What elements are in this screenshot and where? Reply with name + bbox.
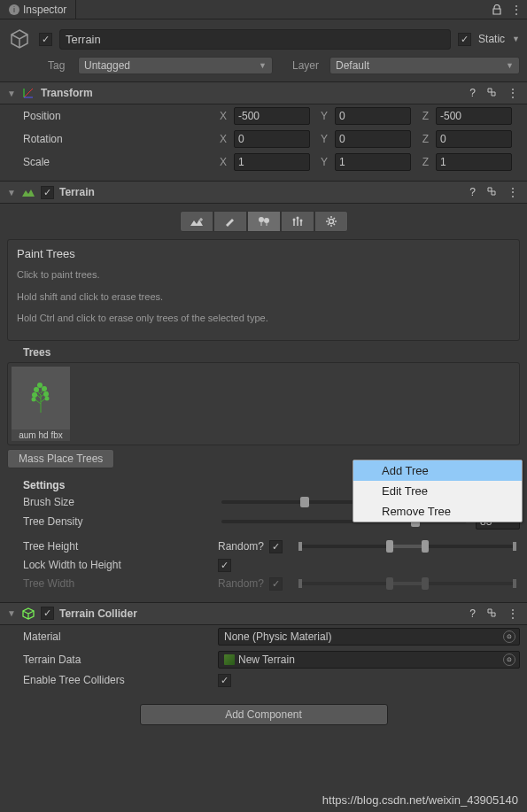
menu-item-remove-tree[interactable]: Remove Tree bbox=[353, 501, 522, 522]
tree-thumbnail bbox=[20, 367, 61, 429]
tag-layer-row: Tag Untagged ▼ Layer Default ▼ bbox=[0, 55, 527, 81]
tree-context-menu: Add Tree Edit Tree Remove Tree bbox=[353, 460, 523, 522]
chevron-down-icon: ▼ bbox=[506, 61, 514, 70]
lock-width-label: Lock Width to Height bbox=[23, 559, 213, 571]
svg-point-0 bbox=[259, 217, 264, 222]
scale-z-input[interactable]: 1 bbox=[436, 153, 512, 171]
svg-point-4 bbox=[299, 220, 302, 222]
object-picker-icon[interactable]: ⊙ bbox=[503, 653, 515, 666]
tool-terrain-settings[interactable] bbox=[314, 211, 348, 232]
panel-menu-icon[interactable]: ⋮ bbox=[511, 4, 522, 16]
static-dropdown-icon[interactable]: ▼ bbox=[512, 35, 520, 43]
scale-y-input[interactable]: 1 bbox=[335, 153, 411, 171]
position-x-input[interactable]: -500 bbox=[234, 107, 310, 125]
add-component-row: Add Component bbox=[0, 690, 527, 739]
brush-size-label: Brush Size bbox=[23, 496, 213, 508]
active-checkbox[interactable] bbox=[39, 33, 52, 46]
help-line: Hold Ctrl and click to erase only trees … bbox=[17, 311, 510, 326]
tool-paint-terrain[interactable] bbox=[213, 211, 247, 232]
material-object-field[interactable]: None (Physic Material) ⊙ bbox=[218, 628, 520, 646]
watermark: https://blog.csdn.net/weixin_43905140 bbox=[322, 793, 518, 807]
terrain-icon bbox=[21, 185, 35, 199]
position-y-input[interactable]: 0 bbox=[335, 107, 411, 125]
layer-value: Default bbox=[336, 59, 369, 72]
terrain-data-row: Terrain Data New Terrain ⊙ bbox=[0, 648, 527, 671]
position-z-input[interactable]: -500 bbox=[436, 107, 512, 125]
lock-width-row: Lock Width to Height bbox=[0, 556, 527, 575]
lock-icon[interactable] bbox=[492, 4, 502, 15]
z-label: Z bbox=[415, 133, 432, 145]
terrain-collider-header[interactable]: ▼ Terrain Collider ? ⋮ bbox=[0, 602, 527, 625]
preset-icon[interactable] bbox=[486, 607, 497, 620]
preset-icon[interactable] bbox=[486, 186, 497, 198]
mass-place-trees-button[interactable]: Mass Place Trees bbox=[7, 449, 114, 468]
tree-palette: aum hd fbx bbox=[7, 362, 520, 445]
y-label: Y bbox=[314, 110, 331, 122]
terrain-collider-enabled-checkbox[interactable] bbox=[41, 607, 54, 620]
scale-label: Scale bbox=[23, 156, 209, 168]
info-icon: i bbox=[9, 4, 19, 15]
object-picker-icon[interactable]: ⊙ bbox=[503, 630, 515, 643]
terrain-toolbar bbox=[0, 204, 527, 239]
tree-width-label: Tree Width bbox=[23, 577, 213, 590]
rotation-x-input[interactable]: 0 bbox=[234, 130, 310, 148]
transform-header[interactable]: ▼ Transform ? ⋮ bbox=[0, 81, 527, 104]
y-label: Y bbox=[314, 156, 331, 168]
transform-icon bbox=[21, 86, 35, 100]
foldout-icon[interactable]: ▼ bbox=[7, 608, 16, 618]
tree-prototype-item[interactable]: aum hd fbx bbox=[12, 367, 70, 441]
scale-x-input[interactable]: 1 bbox=[234, 153, 310, 171]
material-value: None (Physic Material) bbox=[224, 630, 331, 643]
tool-paint-trees[interactable] bbox=[247, 211, 281, 232]
position-label: Position bbox=[23, 110, 209, 122]
help-icon[interactable]: ? bbox=[469, 607, 476, 620]
menu-item-add-tree[interactable]: Add Tree bbox=[353, 460, 522, 481]
component-menu-icon[interactable]: ⋮ bbox=[508, 87, 518, 99]
add-component-button[interactable]: Add Component bbox=[140, 704, 388, 725]
terrain-asset-icon bbox=[224, 654, 235, 665]
static-checkbox[interactable] bbox=[458, 33, 471, 46]
terrain-data-object-field[interactable]: New Terrain ⊙ bbox=[218, 651, 520, 669]
rotation-label: Rotation bbox=[23, 133, 209, 145]
enable-tree-colliders-label: Enable Tree Colliders bbox=[23, 674, 213, 686]
terrain-enabled-checkbox[interactable] bbox=[41, 186, 54, 199]
terrain-header[interactable]: ▼ Terrain ? ⋮ bbox=[0, 181, 527, 204]
help-line: Hold shift and click to erase trees. bbox=[17, 290, 510, 305]
tag-dropdown[interactable]: Untagged ▼ bbox=[78, 57, 273, 74]
layer-dropdown[interactable]: Default ▼ bbox=[329, 57, 520, 74]
menu-item-edit-tree[interactable]: Edit Tree bbox=[353, 481, 522, 501]
tag-value: Untagged bbox=[84, 59, 130, 72]
help-title: Paint Trees bbox=[17, 247, 510, 260]
enable-tree-colliders-row: Enable Tree Colliders bbox=[0, 671, 527, 690]
foldout-icon[interactable]: ▼ bbox=[7, 188, 16, 197]
enable-tree-colliders-checkbox[interactable] bbox=[218, 674, 231, 687]
rotation-z-input[interactable]: 0 bbox=[436, 130, 512, 148]
random-label: Random? bbox=[218, 540, 264, 553]
svg-point-3 bbox=[296, 217, 298, 220]
svg-point-2 bbox=[292, 219, 295, 221]
tool-create-neighbor[interactable] bbox=[180, 211, 213, 232]
preset-icon[interactable] bbox=[486, 87, 497, 99]
z-label: Z bbox=[415, 156, 432, 168]
rotation-y-input[interactable]: 0 bbox=[335, 130, 411, 148]
svg-point-6 bbox=[32, 392, 37, 398]
tree-width-random-checkbox bbox=[269, 577, 283, 591]
terrain-data-value: New Terrain bbox=[238, 653, 295, 666]
static-label: Static bbox=[478, 33, 505, 45]
tree-height-row: Tree Height Random? bbox=[0, 537, 527, 556]
help-icon[interactable]: ? bbox=[469, 87, 476, 99]
tree-height-random-checkbox[interactable] bbox=[269, 540, 283, 553]
inspector-tab[interactable]: i Inspector bbox=[0, 0, 76, 19]
gameobject-icon bbox=[7, 27, 32, 51]
help-icon[interactable]: ? bbox=[469, 186, 476, 198]
lock-width-checkbox[interactable] bbox=[218, 559, 231, 572]
object-name-field[interactable]: Terrain bbox=[59, 29, 451, 50]
foldout-icon[interactable]: ▼ bbox=[7, 89, 16, 98]
component-menu-icon[interactable]: ⋮ bbox=[508, 186, 518, 198]
tool-paint-details[interactable] bbox=[281, 211, 314, 232]
x-label: X bbox=[213, 133, 230, 145]
tree-name-label: aum hd fbx bbox=[12, 429, 70, 441]
svg-point-5 bbox=[329, 220, 333, 224]
component-menu-icon[interactable]: ⋮ bbox=[508, 607, 518, 620]
tree-height-range-slider[interactable] bbox=[298, 545, 516, 548]
